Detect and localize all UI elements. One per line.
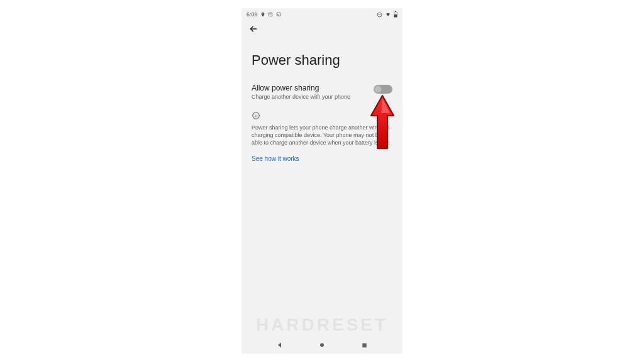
setting-text: Allow power sharing Charge another devic… (252, 84, 374, 100)
nav-home-button[interactable] (318, 341, 326, 349)
status-time: 6:09 (247, 11, 258, 18)
see-how-it-works-link[interactable]: See how it works (252, 155, 299, 162)
watermark-text: HARDRESET (242, 315, 402, 335)
svg-point-7 (320, 343, 324, 347)
svg-rect-8 (362, 343, 366, 347)
info-icon (252, 111, 260, 120)
power-sharing-toggle[interactable] (374, 85, 392, 94)
svg-rect-3 (394, 14, 397, 17)
wifi-icon (385, 12, 391, 17)
status-right (377, 11, 397, 18)
app-header (242, 19, 402, 38)
setting-title: Allow power sharing (252, 84, 369, 92)
svg-point-6 (256, 114, 257, 114)
nav-recent-button[interactable] (360, 341, 369, 349)
status-bar: 6:09 (242, 8, 402, 19)
setting-row-allow-power-sharing: Allow power sharing Charge another devic… (252, 84, 392, 100)
battery-icon (394, 11, 397, 18)
cast-icon (275, 12, 282, 17)
status-left: 6:09 (247, 11, 282, 18)
nav-back-button[interactable] (275, 341, 284, 349)
content: Power sharing Allow power sharing Charge… (242, 38, 402, 163)
setting-subtitle: Charge another device with your phone (252, 94, 369, 100)
svg-rect-2 (395, 11, 396, 12)
phone-frame: 6:09 Power s (242, 8, 402, 354)
calendar-icon (268, 12, 273, 17)
back-button[interactable] (248, 23, 259, 35)
system-nav-bar (242, 336, 402, 354)
location-icon (260, 12, 265, 17)
page-title: Power sharing (252, 52, 392, 69)
info-block: Power sharing lets your phone charge ano… (252, 111, 392, 146)
info-text: Power sharing lets your phone charge ano… (252, 124, 392, 146)
dnd-icon (377, 12, 382, 18)
